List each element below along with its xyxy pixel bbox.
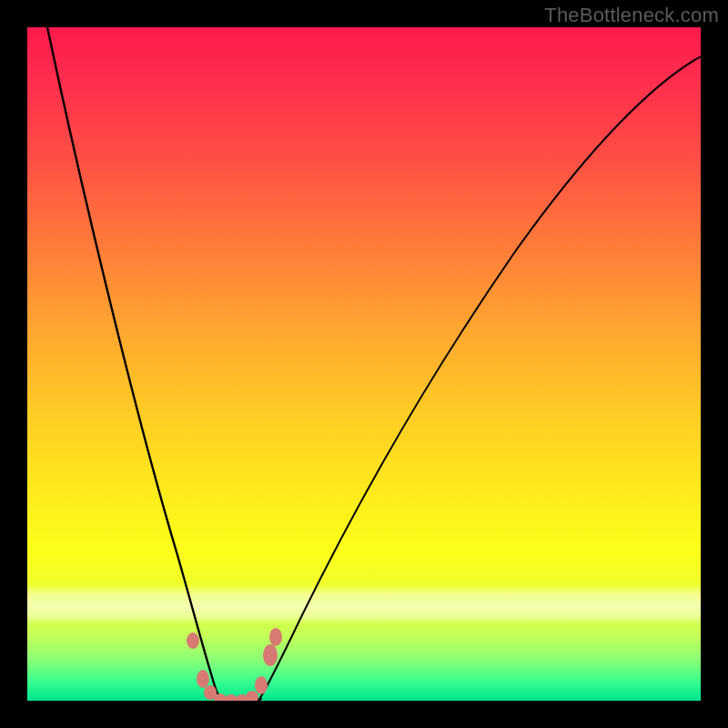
marker-dot: [187, 632, 199, 649]
marker-dot: [269, 628, 282, 646]
bottleneck-curve-left: [47, 27, 222, 701]
plot-area: [27, 27, 701, 701]
chart-frame: TheBottleneck.com: [0, 0, 728, 728]
marker-dot: [246, 691, 258, 701]
marker-dot: [197, 670, 209, 688]
bottleneck-curve-right: [258, 56, 701, 701]
marker-dot: [225, 694, 238, 701]
watermark-text: TheBottleneck.com: [544, 4, 719, 27]
curve-layer: [27, 27, 701, 701]
marker-dot: [255, 676, 268, 694]
marker-dot: [263, 644, 278, 666]
